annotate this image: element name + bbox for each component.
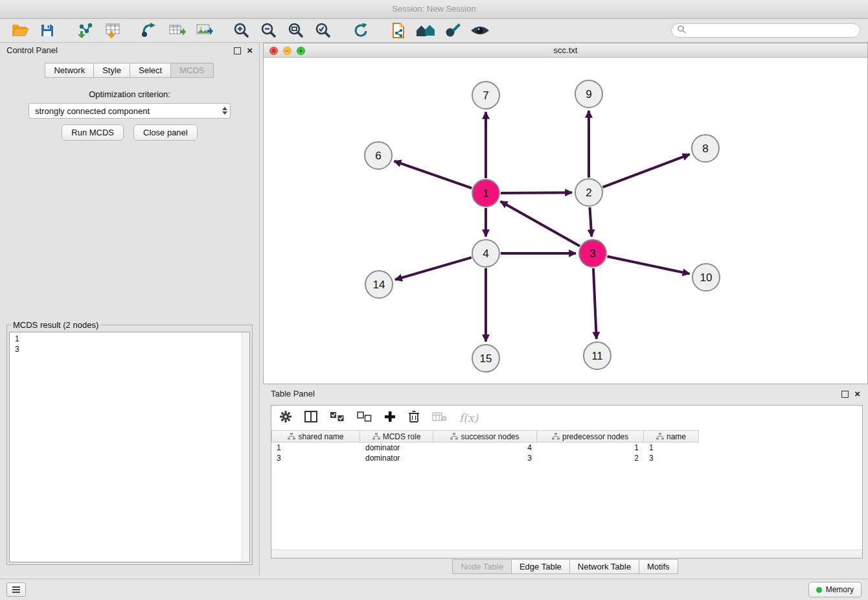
save-session-icon[interactable] bbox=[35, 20, 60, 41]
clone-network-icon[interactable] bbox=[165, 20, 189, 41]
node-table-container: f(x) shared nameMCDS rolesuccessor nodes… bbox=[271, 405, 863, 559]
node-8[interactable]: 8 bbox=[692, 135, 719, 162]
show-columns-icon[interactable] bbox=[304, 411, 317, 425]
close-panel-button[interactable]: Close panel bbox=[133, 124, 198, 141]
node-10[interactable]: 10 bbox=[692, 264, 720, 291]
node-label: 2 bbox=[586, 187, 591, 199]
table-cell: 1 bbox=[537, 443, 644, 453]
select-all-rows-icon[interactable] bbox=[330, 411, 345, 425]
network-canvas[interactable]: 7968124314101511 bbox=[264, 58, 867, 384]
column-header-name[interactable]: name bbox=[644, 430, 699, 443]
node-2[interactable]: 2 bbox=[575, 179, 602, 206]
zoom-in-icon[interactable] bbox=[229, 20, 254, 41]
table-horizontal-scrollbar[interactable] bbox=[271, 549, 862, 558]
column-header-mcds-role[interactable]: MCDS role bbox=[360, 430, 433, 443]
tab-mcds[interactable]: MCDS bbox=[170, 63, 213, 78]
column-header-predecessor-nodes[interactable]: predecessor nodes bbox=[537, 430, 644, 443]
edge-1-6[interactable] bbox=[394, 161, 472, 189]
column-header-successor-nodes[interactable]: successor nodes bbox=[433, 430, 537, 443]
deselect-all-rows-icon[interactable] bbox=[357, 411, 372, 425]
mcds-result-item[interactable]: 3 bbox=[15, 344, 249, 354]
paint-style-icon[interactable] bbox=[440, 20, 465, 41]
node-label: 4 bbox=[483, 248, 488, 260]
edge-3-11[interactable] bbox=[593, 268, 597, 339]
import-network-file-icon[interactable] bbox=[73, 20, 97, 41]
column-sort-icon bbox=[450, 433, 458, 440]
table-row[interactable]: 1dominator411 bbox=[271, 443, 862, 453]
close-table-panel-icon[interactable]: × bbox=[854, 390, 860, 398]
tab-motifs[interactable]: Motifs bbox=[639, 559, 678, 574]
column-sort-icon bbox=[372, 433, 380, 440]
tab-edge-table[interactable]: Edge Table bbox=[511, 559, 570, 574]
zoom-fit-icon[interactable] bbox=[284, 20, 308, 41]
delete-rows-icon[interactable] bbox=[408, 410, 420, 426]
control-panel-title: Control Panel bbox=[6, 45, 58, 55]
node-15[interactable]: 15 bbox=[472, 345, 499, 372]
result-scrollbar[interactable] bbox=[242, 332, 249, 562]
import-table-file-icon[interactable] bbox=[100, 20, 124, 41]
node-7[interactable]: 7 bbox=[472, 82, 499, 109]
node-label: 7 bbox=[483, 89, 488, 102]
float-panel-icon[interactable] bbox=[234, 47, 241, 54]
close-window-icon[interactable]: × bbox=[269, 47, 278, 55]
table-panel-header: Table Panel × bbox=[271, 389, 860, 402]
search-box[interactable] bbox=[671, 23, 860, 38]
minimize-window-icon[interactable]: − bbox=[283, 47, 291, 55]
tab-network-table[interactable]: Network Table bbox=[569, 559, 639, 574]
show-graphics-eye-icon[interactable] bbox=[468, 20, 492, 41]
new-network-icon[interactable] bbox=[137, 20, 162, 41]
task-history-button[interactable] bbox=[6, 583, 26, 597]
tab-network[interactable]: Network bbox=[45, 63, 94, 78]
column-sort-icon bbox=[288, 433, 295, 440]
edge-2-3[interactable] bbox=[590, 207, 592, 237]
table-body: 1dominator4113dominator323 bbox=[271, 443, 862, 463]
open-session-icon[interactable] bbox=[8, 20, 32, 41]
table-cell: 3 bbox=[271, 453, 360, 463]
tab-style[interactable]: Style bbox=[93, 63, 130, 78]
search-input[interactable] bbox=[689, 25, 854, 36]
edge-4-14[interactable] bbox=[395, 257, 472, 279]
edge-3-1[interactable] bbox=[501, 202, 580, 246]
refresh-view-icon[interactable] bbox=[348, 20, 373, 41]
edge-3-10[interactable] bbox=[608, 257, 690, 274]
zoom-out-icon[interactable] bbox=[257, 20, 281, 41]
node-label: 10 bbox=[700, 271, 713, 284]
node-3[interactable]: 3 bbox=[579, 240, 606, 267]
window-titlebar: Session: New Session bbox=[0, 0, 868, 19]
criterion-dropdown-value: strongly connected component bbox=[35, 106, 150, 116]
tab-node-table[interactable]: Node Table bbox=[452, 559, 512, 574]
node-label: 8 bbox=[702, 143, 708, 155]
column-header-shared-name[interactable]: shared name bbox=[271, 430, 360, 443]
node-4[interactable]: 4 bbox=[472, 240, 499, 267]
function-builder-icon[interactable]: f(x) bbox=[459, 411, 478, 424]
main-toolbar bbox=[0, 19, 868, 43]
node-9[interactable]: 9 bbox=[575, 80, 602, 108]
close-panel-icon[interactable]: × bbox=[247, 47, 253, 54]
export-image-icon[interactable] bbox=[192, 20, 216, 41]
node-14[interactable]: 14 bbox=[365, 271, 393, 298]
node-11[interactable]: 11 bbox=[584, 342, 611, 369]
network-window-titlebar[interactable]: scc.txt × − + bbox=[264, 43, 867, 58]
memory-button[interactable]: Memory bbox=[808, 582, 862, 597]
edge-2-8[interactable] bbox=[603, 154, 690, 187]
maximize-window-icon[interactable]: + bbox=[297, 47, 305, 55]
edge-1-2[interactable] bbox=[501, 192, 572, 193]
zoom-selected-icon[interactable] bbox=[311, 20, 336, 41]
add-row-icon[interactable] bbox=[384, 411, 396, 425]
float-table-panel-icon[interactable] bbox=[841, 391, 849, 398]
tab-select[interactable]: Select bbox=[130, 63, 171, 78]
node-1[interactable]: 1 bbox=[472, 179, 499, 207]
run-mcds-button[interactable]: Run MCDS bbox=[62, 124, 124, 141]
table-row[interactable]: 3dominator323 bbox=[271, 453, 862, 463]
network-window-title: scc.txt bbox=[264, 43, 867, 57]
mcds-result-item[interactable]: 1 bbox=[15, 334, 249, 344]
column-header-label: shared name bbox=[298, 432, 343, 441]
apply-style-icon[interactable] bbox=[386, 20, 411, 41]
delete-columns-icon[interactable] bbox=[432, 411, 447, 424]
home-view-icon[interactable] bbox=[413, 20, 438, 41]
node-6[interactable]: 6 bbox=[365, 142, 392, 169]
criterion-dropdown[interactable]: strongly connected component bbox=[29, 103, 231, 119]
gear-icon[interactable] bbox=[279, 410, 292, 426]
column-header-label: MCDS role bbox=[383, 432, 421, 441]
mcds-result-list[interactable]: 13 bbox=[9, 332, 250, 562]
